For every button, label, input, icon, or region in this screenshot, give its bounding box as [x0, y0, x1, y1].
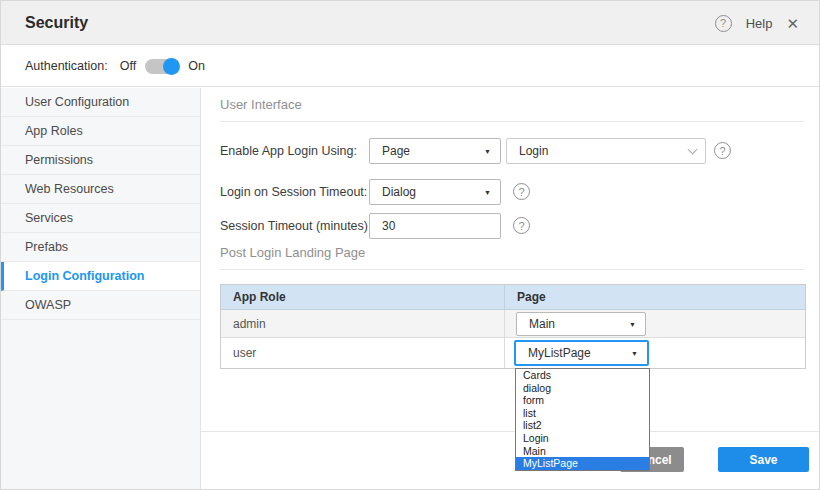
landing-page-table: App Role Page admin Main ▼ user MyListPa… — [220, 284, 806, 369]
header-actions: ? Help ✕ — [715, 1, 799, 45]
column-header-page: Page — [505, 285, 805, 309]
page-cell: Main ▼ — [505, 310, 805, 337]
enable-app-login-row: Enable App Login Using: Page ▼ Login ? — [220, 138, 804, 164]
help-question-icon[interactable]: ? — [715, 15, 732, 32]
dropdown-option-list2[interactable]: list2 — [516, 419, 649, 432]
login-mode-value: Page — [382, 144, 410, 158]
session-timeout-help-icon[interactable]: ? — [513, 217, 530, 234]
dropdown-arrow-icon: ▼ — [631, 350, 638, 357]
admin-page-value: Main — [529, 317, 555, 331]
authentication-label: Authentication: — [25, 59, 108, 73]
session-timeout-login-help-icon[interactable]: ? — [513, 183, 530, 200]
user-interface-section-heading: User Interface — [220, 97, 804, 122]
post-login-section-heading: Post Login Landing Page — [220, 245, 804, 270]
help-link[interactable]: Help — [746, 16, 773, 31]
table-row-user: user MyListPage ▼ — [221, 338, 805, 368]
sidebar: User Configuration App Roles Permissions… — [1, 88, 201, 489]
dropdown-option-dialog[interactable]: dialog — [516, 382, 649, 395]
dropdown-option-cards[interactable]: Cards — [516, 369, 649, 382]
save-button[interactable]: Save — [718, 447, 809, 472]
page-cell: MyListPage ▼ — [505, 338, 805, 368]
role-cell: admin — [221, 310, 505, 337]
dropdown-arrow-icon: ▼ — [484, 148, 491, 155]
table-row-admin: admin Main ▼ — [221, 310, 805, 338]
chevron-down-icon — [688, 144, 698, 154]
dropdown-option-list[interactable]: list — [516, 407, 649, 420]
login-page-combobox[interactable]: Login — [506, 138, 706, 164]
sidebar-item-permissions[interactable]: Permissions — [1, 146, 200, 175]
toggle-on-label: On — [188, 59, 205, 73]
sidebar-item-app-roles[interactable]: App Roles — [1, 117, 200, 146]
enable-app-login-label: Enable App Login Using: — [220, 138, 357, 164]
dropdown-option-form[interactable]: form — [516, 394, 649, 407]
session-timeout-login-select[interactable]: Dialog ▼ — [369, 179, 501, 205]
toggle-knob — [163, 58, 180, 75]
toggle-off-label: Off — [120, 59, 136, 73]
sidebar-item-login-configuration[interactable]: Login Configuration — [1, 262, 200, 291]
sidebar-item-web-resources[interactable]: Web Resources — [1, 175, 200, 204]
enable-app-login-help-icon[interactable]: ? — [714, 142, 731, 159]
table-header-row: App Role Page — [221, 285, 805, 310]
sidebar-item-user-configuration[interactable]: User Configuration — [1, 88, 200, 117]
session-timeout-row: Session Timeout (minutes): ? — [220, 213, 804, 239]
page-dropdown-list: Cards dialog form list list2 Login Main … — [515, 368, 650, 471]
session-timeout-label: Session Timeout (minutes): — [220, 213, 371, 239]
session-timeout-login-label: Login on Session Timeout: — [220, 179, 367, 205]
login-page-value: Login — [519, 144, 548, 158]
role-cell: user — [221, 338, 505, 368]
dropdown-option-login[interactable]: Login — [516, 432, 649, 445]
column-header-app-role: App Role — [221, 285, 505, 309]
user-page-value: MyListPage — [528, 346, 591, 360]
session-timeout-input[interactable] — [369, 213, 501, 239]
dropdown-option-mylistpage[interactable]: MyListPage — [516, 457, 649, 470]
login-configuration-panel: User Interface Enable App Login Using: P… — [201, 88, 819, 489]
sidebar-item-prefabs[interactable]: Prefabs — [1, 233, 200, 262]
authentication-bar: Authentication: Off On — [1, 46, 820, 87]
sidebar-item-services[interactable]: Services — [1, 204, 200, 233]
user-page-select[interactable]: MyListPage ▼ — [514, 340, 649, 366]
dropdown-arrow-icon: ▼ — [484, 189, 491, 196]
footer-divider — [201, 431, 819, 432]
authentication-toggle[interactable] — [145, 59, 179, 74]
dropdown-option-main[interactable]: Main — [516, 445, 649, 458]
dialog-header: Security ? Help ✕ — [1, 1, 820, 45]
sidebar-item-owasp[interactable]: OWASP — [1, 291, 200, 320]
close-icon[interactable]: ✕ — [786, 16, 799, 31]
security-dialog: Security ? Help ✕ Authentication: Off On… — [0, 0, 820, 490]
page-title: Security — [25, 1, 88, 45]
session-timeout-login-value: Dialog — [382, 185, 416, 199]
session-timeout-login-row: Login on Session Timeout: Dialog ▼ ? — [220, 179, 804, 205]
login-mode-select[interactable]: Page ▼ — [369, 138, 501, 164]
admin-page-select[interactable]: Main ▼ — [516, 312, 646, 336]
dropdown-arrow-icon: ▼ — [629, 321, 636, 328]
